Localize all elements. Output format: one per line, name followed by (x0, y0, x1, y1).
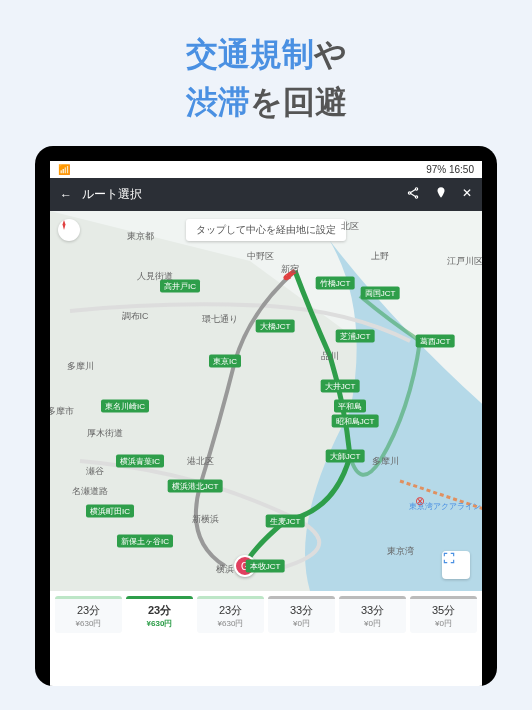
route-time: 23分 (57, 603, 120, 618)
ic-label: 横浜町田IC (86, 505, 134, 518)
appbar-title: ルート選択 (82, 186, 142, 203)
close-icon[interactable]: ✕ (462, 186, 472, 203)
ic-label: 生麦JCT (266, 515, 305, 528)
route-card[interactable]: 35分¥0円 (410, 596, 477, 633)
ic-label: 本牧JCT (246, 560, 285, 573)
ic-label: 昭和島JCT (332, 415, 379, 428)
place-label: 厚木街道 (87, 427, 123, 440)
place-label: 港北区 (187, 455, 214, 468)
route-price: ¥0円 (341, 618, 404, 629)
place-label: 人見街道 (137, 270, 173, 283)
map-canvas[interactable]: タップして中心を経由地に設定 G ⊗ 高井戸IC竹橋JCT両国JCT大橋JCT芝… (50, 211, 482, 591)
ic-label: 大橋JCT (256, 320, 295, 333)
status-bar: 📶 97% 16:50 (50, 161, 482, 178)
ic-label: 平和島 (334, 400, 366, 413)
ic-label: 横浜港北JCT (168, 480, 223, 493)
pin-icon[interactable] (434, 186, 448, 203)
ic-label: 葛西JCT (416, 335, 455, 348)
ic-label: 大井JCT (321, 380, 360, 393)
hero-title: 交通規制や 渋滞を回避 (0, 0, 532, 146)
route-time: 35分 (412, 603, 475, 618)
waypoint-hint[interactable]: タップして中心を経由地に設定 (186, 219, 346, 241)
route-time: 33分 (270, 603, 333, 618)
share-icon[interactable] (406, 186, 420, 203)
route-card[interactable]: 33分¥0円 (339, 596, 406, 633)
svg-point-0 (415, 188, 417, 190)
place-label: 名瀬道路 (72, 485, 108, 498)
place-label: 中野区 (247, 250, 274, 263)
route-time: 23分 (199, 603, 262, 618)
place-label: 東京湾 (387, 545, 414, 558)
tablet-frame: 📶 97% 16:50 ← ルート選択 ✕ (35, 146, 497, 686)
route-price: ¥0円 (270, 618, 333, 629)
place-label: 瀬谷 (86, 465, 104, 478)
place-label: 新宿 (281, 263, 299, 276)
hero-l1b: や (314, 36, 347, 72)
ic-label: 大師JCT (326, 450, 365, 463)
route-price: ¥630円 (128, 618, 191, 629)
compass-button[interactable] (58, 219, 80, 241)
place-label: 環七通り (202, 313, 238, 326)
route-card[interactable]: 23分¥630円 (197, 596, 264, 633)
route-card[interactable]: 33分¥0円 (268, 596, 335, 633)
ic-label: 横浜青葉IC (116, 455, 164, 468)
route-price: ¥630円 (199, 618, 262, 629)
route-time: 23分 (128, 603, 191, 618)
place-label: 調布IC (122, 310, 149, 323)
place-label: 新横浜 (192, 513, 219, 526)
place-label: 品川 (321, 350, 339, 363)
place-label: 東京都 (127, 230, 154, 243)
place-label: 横浜 (216, 563, 234, 576)
wifi-icon: 📶 (58, 164, 70, 175)
place-label: 上野 (371, 250, 389, 263)
route-time: 33分 (341, 603, 404, 618)
ic-label: 東名川崎IC (101, 400, 149, 413)
route-price: ¥0円 (412, 618, 475, 629)
svg-point-1 (408, 192, 410, 194)
route-price: ¥630円 (57, 618, 120, 629)
route-card[interactable]: 23分¥630円 (55, 596, 122, 633)
ic-label: 竹橋JCT (316, 277, 355, 290)
back-icon[interactable]: ← (60, 188, 72, 202)
road-label: 東京湾アクアライン (409, 501, 481, 512)
place-label: 多摩川 (372, 455, 399, 468)
place-label: 多摩川 (67, 360, 94, 373)
hero-l1a: 交通規制 (186, 36, 314, 72)
fullscreen-button[interactable] (442, 551, 470, 579)
place-label: 北区 (341, 220, 359, 233)
app-bar: ← ルート選択 ✕ (50, 178, 482, 211)
hero-l2a: 渋滞 (186, 84, 250, 120)
svg-point-2 (415, 196, 417, 198)
hero-l2b: を回避 (250, 84, 347, 120)
ic-label: 芝浦JCT (336, 330, 375, 343)
place-label: 多摩市 (50, 405, 74, 418)
clock: 16:50 (449, 164, 474, 175)
place-label: 江戸川区 (447, 255, 482, 268)
ic-label: 両国JCT (361, 287, 400, 300)
route-card[interactable]: 23分¥630円 (126, 596, 193, 633)
ic-label: 東京IC (209, 355, 241, 368)
tablet-screen: 📶 97% 16:50 ← ルート選択 ✕ (50, 161, 482, 686)
ic-label: 新保土ヶ谷IC (117, 535, 173, 548)
route-cards: 23分¥630円23分¥630円23分¥630円33分¥0円33分¥0円35分¥… (50, 591, 482, 638)
battery-pct: 97% (426, 164, 446, 175)
